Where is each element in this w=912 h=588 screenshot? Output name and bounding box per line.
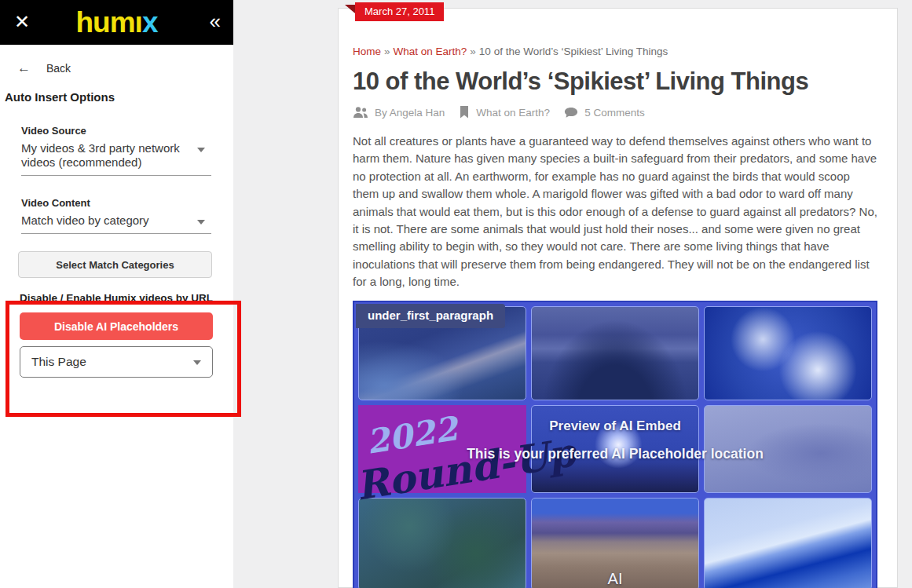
select-match-categories-button[interactable]: Select Match Categories [18,251,212,278]
breadcrumb-current: 10 of the World’s ‘Spikiest’ Living Thin… [479,46,668,57]
video-content-label: Video Content [21,197,211,209]
byline: By Angela Han What on Earth? 5 Comments [353,106,877,119]
page-scope-select[interactable]: This Page [20,346,213,378]
thumbnail-volcano [531,306,699,400]
byline-category[interactable]: What on Earth? [476,107,550,119]
placement-tag: under_first_paragraph [356,304,505,328]
chevron-down-icon [197,220,205,225]
article-card: March 27, 2011 Home»What on Earth?»10 of… [338,8,898,588]
ai-watermark: AI [354,570,876,588]
comment-bubble-icon [564,107,578,119]
breadcrumb-separator: » [384,46,390,57]
article-paragraph: Not all creatures or plants have a guara… [353,133,877,291]
video-source-dropdown[interactable]: My videos & 3rd party network videos (re… [21,137,211,176]
back-arrow-icon: ← [17,60,31,76]
date-badge: March 27, 2011 [355,2,444,21]
byline-comments[interactable]: 5 Comments [584,107,645,119]
disable-ai-placeholders-button[interactable]: Disable AI Placeholders [20,312,213,340]
humix-logo: humıx [0,0,233,45]
thumbnail-earth [704,306,872,400]
byline-author: By Angela Han [375,107,445,119]
page-title: 10 of the World’s ‘Spikiest’ Living Thin… [353,68,877,96]
ribbon-fold [345,5,355,13]
video-source-label: Video Source [21,125,211,137]
breadcrumb-category-link[interactable]: What on Earth? [394,46,467,57]
bookmark-icon [459,106,470,119]
disable-section-label: Disable / Enable Humix videos by URL [20,292,216,304]
video-content-value: Match video by category [21,214,149,227]
breadcrumb-home-link[interactable]: Home [353,46,381,57]
author-icon [353,107,368,119]
logo-text: humı [76,6,142,38]
date-text: March 27, 2011 [364,5,434,17]
embed-preview-title: Preview of AI Embed [354,418,876,434]
back-label: Back [46,62,71,75]
video-content-dropdown[interactable]: Match video by category [21,209,211,234]
video-source-field: Video Source My videos & 3rd party netwo… [21,125,211,176]
embed-preview-subtitle: This is your preferred AI Placeholder lo… [354,446,876,462]
breadcrumb-separator: » [470,46,476,57]
logo-x: x [142,6,158,38]
humix-sidebar: ✕ humıx « ← Back Auto Insert Options Vid… [0,0,233,588]
back-button[interactable]: ← Back [17,60,233,76]
sidebar-header: ✕ humıx « [0,0,233,45]
panel-title: Auto Insert Options [5,90,233,104]
page-scope-value: This Page [31,355,86,368]
chevron-down-icon [193,360,201,365]
chevron-down-icon [197,148,205,152]
breadcrumb: Home»What on Earth?»10 of the World’s ‘S… [353,46,877,57]
video-source-value: My videos & 3rd party network videos (re… [21,141,180,169]
ai-embed-preview: 2022 Round-Up under_first_paragraph Prev… [353,301,877,588]
video-content-field: Video Content Match video by category [21,197,211,234]
disable-enable-section: Disable / Enable Humix videos by URL Dis… [20,292,216,378]
collapse-sidebar-icon[interactable]: « [210,9,221,34]
